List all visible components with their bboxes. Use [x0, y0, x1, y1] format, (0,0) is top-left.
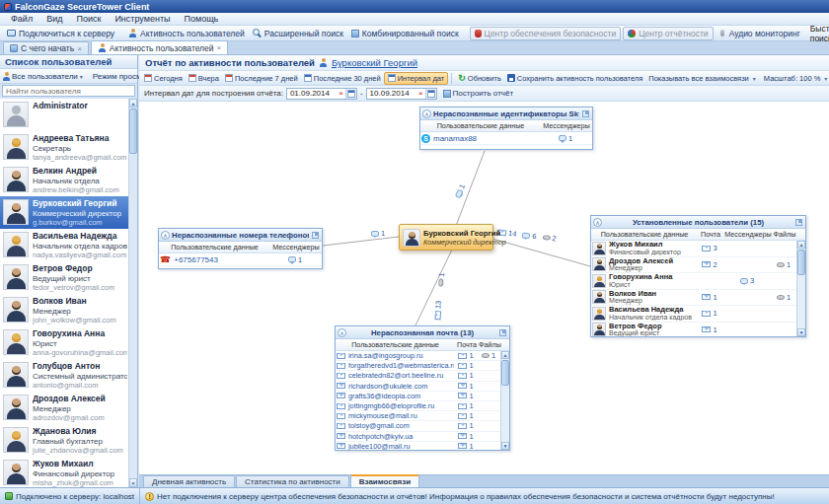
menu-view[interactable]: Вид — [39, 14, 69, 24]
user-list-item[interactable]: Жуков МихаилФинансовый директорmisha_zhu… — [0, 457, 128, 487]
node-established-users[interactable]: Установленные пользователи (15) Пользова… — [590, 215, 806, 337]
maximize-icon[interactable] — [312, 232, 319, 239]
tab-activity-statistics[interactable]: Статистика по активности — [236, 475, 349, 487]
user-activity-button[interactable]: Активность пользователей — [124, 28, 249, 39]
established-user-row[interactable]: Дроздов АлексейМенеджер 2 1 — [591, 257, 796, 274]
calendar-picker-button[interactable] — [345, 89, 356, 99]
scroll-down-icon[interactable] — [797, 328, 805, 336]
menu-search[interactable]: Поиск — [69, 14, 108, 24]
report-user-link[interactable]: Бурковский Георгий — [332, 57, 417, 68]
central-user-name: Бурковский Георгий — [423, 229, 506, 238]
node-unrecognized-phones[interactable]: Нераспознанные номера телефонов (1) Поль… — [158, 228, 323, 269]
mail-row[interactable]: richardson@ukulele.com1 — [336, 382, 500, 392]
user-list-item[interactable]: Голубцов АнтонСистемный администраторant… — [0, 359, 128, 392]
established-user-row[interactable]: Ветров ФедорВедущий юрист 1 — [591, 323, 796, 337]
user-list-item[interactable]: Говорухина АннаЮристanna-govoruhina@gmai… — [0, 326, 128, 359]
user-list-item-selected[interactable]: Бурковский ГеоргийКоммерческий директорg… — [0, 196, 128, 229]
clear-icon[interactable] — [418, 89, 423, 98]
edge-label-mail-files: 1 — [436, 272, 446, 287]
node-unrecognized-mail[interactable]: Нераспознанная почта (13) Пользовательск… — [335, 325, 510, 451]
scroll-down-icon[interactable] — [129, 478, 137, 487]
build-report-button[interactable]: Построить отчёт — [440, 88, 517, 99]
mail-row[interactable]: celebratedn82@ort.beeline.ru1 — [336, 371, 500, 381]
scroll-down-icon[interactable] — [501, 442, 509, 450]
user-list-item[interactable]: Ветров ФедорВедущий юристfedor_vetrov@gm… — [0, 261, 128, 294]
mail-row[interactable]: mickymouse@mail.ru1 — [336, 411, 500, 421]
maximize-icon[interactable] — [499, 329, 506, 336]
collapse-icon[interactable] — [593, 218, 602, 227]
last7days-button[interactable]: Последние 7 дней — [222, 73, 301, 84]
menu-help[interactable]: Помощь — [178, 14, 226, 24]
clear-icon[interactable] — [339, 89, 343, 98]
established-user-row[interactable]: Говорухина АннаЮрист 3 — [591, 273, 796, 290]
skype-id[interactable]: manamax88 — [433, 134, 477, 143]
female-avatar — [3, 329, 29, 355]
tab-getting-started[interactable]: С чего начать — [3, 41, 89, 54]
report-center-button[interactable]: Центр отчётности — [623, 27, 714, 40]
date-separator: - — [360, 89, 363, 98]
scroll-up-icon[interactable] — [797, 241, 805, 249]
all-users-dropdown[interactable]: Все пользователи — [12, 72, 85, 81]
audio-monitoring-button[interactable]: Аудио мониторинг — [715, 28, 804, 39]
last30days-button[interactable]: Последние 30 дней — [301, 73, 384, 84]
date-to-field[interactable]: 10.09.2014 — [366, 88, 437, 100]
close-icon[interactable] — [217, 44, 222, 51]
collapse-icon[interactable] — [338, 328, 346, 337]
scroll-thumb[interactable] — [501, 360, 509, 386]
security-center-button[interactable]: Центр обеспечения безопасности — [470, 27, 622, 40]
user-list-item[interactable]: Administrator — [0, 99, 128, 131]
maximize-icon[interactable] — [582, 110, 589, 117]
node-scrollbar[interactable] — [500, 351, 509, 450]
user-list-item[interactable]: Жданова ЮлияГлавный бухгалтерjulie_zhdan… — [0, 424, 128, 457]
established-user-row[interactable]: Жуков МихаилФинансовый директор 3 — [591, 241, 796, 257]
yesterday-button[interactable]: Вчера — [186, 73, 222, 84]
user-list-item[interactable]: Андреева ТатьянаСекретарьtanya_andreeva@… — [0, 131, 128, 164]
collapse-icon[interactable] — [161, 231, 170, 240]
female-avatar — [3, 427, 29, 453]
mail-row[interactable]: jottingmgb66@eloprofile.ru1 — [336, 401, 500, 411]
mail-row[interactable]: forgatheredvd1@webmasterica.ru1 — [336, 361, 500, 371]
mail-row[interactable]: hotchpotch@kyiv.ua1 — [336, 432, 500, 442]
show-links-dropdown[interactable]: Показывать все взаимосвязи — [645, 73, 761, 84]
date-from-field[interactable]: 01.09.2014 — [286, 88, 357, 100]
established-user-row[interactable]: Васильева НадеждаНачальник отдела кадров… — [591, 306, 796, 323]
zoom-dropdown[interactable]: Масштаб: 100 % — [761, 73, 829, 84]
find-user-input[interactable] — [2, 85, 135, 97]
tab-daily-activity[interactable]: Дневная активность — [143, 475, 235, 487]
date-interval-button[interactable]: Интервал дат — [384, 72, 449, 85]
tab-relations[interactable]: Взаимосвязи — [350, 474, 419, 487]
close-icon[interactable] — [77, 45, 82, 52]
mail-row[interactable]: jubilee100@mail.ru1 — [336, 442, 500, 450]
advanced-search-button[interactable]: Расширенный поиск — [249, 28, 347, 39]
relations-graph-canvas[interactable]: 1 1 14 6 2 1 13 Нераспознанные идентифик… — [139, 102, 829, 474]
maximize-icon[interactable] — [795, 219, 802, 226]
tab-user-activity[interactable]: Активность пользователей — [91, 40, 228, 54]
collapse-icon[interactable] — [422, 109, 431, 118]
phone-number[interactable]: +675677543 — [174, 255, 218, 264]
save-activity-button[interactable]: Сохранить активность пользователя — [504, 73, 645, 84]
node-central-user[interactable]: Бурковский Георгий Коммерческий директор — [399, 224, 493, 251]
scroll-thumb[interactable] — [129, 108, 137, 154]
refresh-button[interactable]: Обновить — [455, 72, 504, 84]
user-list-item[interactable]: Белкин АндрейНачальник отделаandrew.belk… — [0, 164, 128, 196]
mail-row[interactable]: grafts36@ideopia.com1 — [336, 392, 500, 401]
user-list-scrollbar[interactable] — [128, 99, 137, 487]
calendar-picker-button[interactable] — [425, 89, 436, 99]
user-list-item[interactable]: Волков ИванМенеджерjohn_wolkow@gmail.com — [0, 294, 128, 326]
mail-row[interactable]: irina.sa@ingosgroup.ru11 — [336, 351, 500, 361]
node-scrollbar[interactable] — [796, 241, 805, 336]
scroll-up-icon[interactable] — [501, 351, 509, 359]
established-user-row[interactable]: Волков ИванМенеджер 1 1 — [591, 290, 796, 307]
user-list-item[interactable]: Дроздов АлексейМенеджерadrozdov@gmail.co… — [0, 392, 128, 424]
combined-search-button[interactable]: Комбинированный поиск — [347, 28, 463, 39]
scroll-thumb[interactable] — [797, 250, 805, 275]
menu-file[interactable]: Файл — [4, 14, 39, 24]
menu-tools[interactable]: Инструменты — [108, 14, 177, 24]
connect-server-button[interactable]: Подключиться к серверу — [3, 28, 118, 39]
mail-row[interactable]: tolstoy@gmail.com1 — [336, 421, 500, 431]
node-unrecognized-skype[interactable]: Нераспознанные идентификаторы Skype (1) … — [419, 107, 593, 150]
today-button[interactable]: Сегодня — [141, 73, 186, 84]
scroll-up-icon[interactable] — [129, 99, 137, 108]
central-user-role: Коммерческий директор — [423, 238, 506, 247]
user-list-item[interactable]: Васильева НадеждаНачальник отдела кадров… — [0, 229, 128, 261]
